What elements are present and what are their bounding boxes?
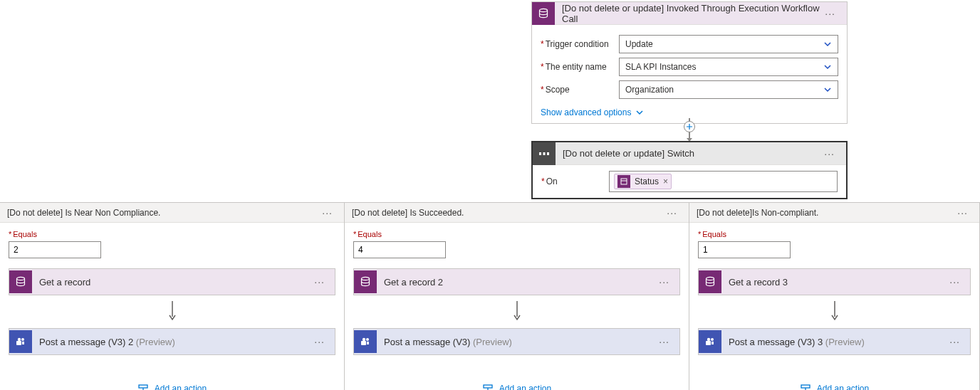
- action-title: Post a message (V3) 3 (Preview): [729, 337, 945, 347]
- equals-input[interactable]: [9, 241, 101, 258]
- cases-row: [Do not delete] Is Near Non Compliance. …: [0, 202, 980, 390]
- switch-card[interactable]: [Do not delete or update] Switch ··· *On…: [531, 141, 848, 199]
- post-message-action[interactable]: Post a message (V3) 2 (Preview) ···: [9, 328, 335, 355]
- chevron-down-icon: [823, 85, 832, 94]
- trigger-card-header[interactable]: [Do not delete or update] Invoked Throug…: [532, 2, 847, 25]
- action-more-button[interactable]: ···: [945, 333, 964, 350]
- trigger-more-button[interactable]: ···: [820, 5, 840, 22]
- trigger-condition-select[interactable]: Update: [619, 35, 838, 53]
- equals-input[interactable]: [353, 241, 446, 258]
- chevron-down-icon: [635, 108, 644, 117]
- case-header[interactable]: [Do not delete] Is Near Non Compliance. …: [0, 203, 344, 223]
- get-record-action[interactable]: Get a record ···: [9, 268, 335, 295]
- trigger-condition-label: *Trigger condition: [541, 39, 619, 49]
- equals-label: *Equals: [9, 230, 335, 238]
- action-more-button[interactable]: ···: [945, 273, 964, 290]
- scope-select[interactable]: Organization: [619, 80, 838, 99]
- trigger-condition-value: Update: [625, 39, 653, 49]
- connector-arrow: [353, 301, 680, 321]
- svg-rect-18: [706, 341, 711, 345]
- case-header[interactable]: [Do not delete]Is Non-compliant. ···: [689, 203, 979, 223]
- equals-input[interactable]: [698, 241, 791, 258]
- action-more-button[interactable]: ···: [655, 273, 674, 290]
- database-icon: [699, 270, 721, 293]
- action-title: Get a record 3: [729, 277, 945, 288]
- get-record-action[interactable]: Get a record 3 ···: [698, 268, 971, 295]
- equals-label: *Equals: [698, 230, 971, 238]
- svg-point-17: [707, 338, 710, 341]
- action-more-button[interactable]: ···: [310, 333, 329, 350]
- connector-arrow: [9, 301, 335, 321]
- case-header[interactable]: [Do not delete] Is Succeeded. ···: [345, 203, 689, 223]
- svg-point-6: [21, 338, 24, 341]
- token-entity-icon: [617, 175, 630, 188]
- svg-point-12: [363, 338, 365, 341]
- case-title: [Do not delete] Is Succeeded.: [352, 208, 662, 218]
- case-more-button[interactable]: ···: [953, 204, 972, 221]
- svg-rect-13: [361, 341, 366, 345]
- svg-point-16: [711, 338, 714, 341]
- connector-arrow: [698, 301, 971, 321]
- case-title: [Do not delete]Is Non-compliant.: [697, 208, 953, 218]
- post-message-action[interactable]: Post a message (V3) 3 (Preview) ···: [698, 328, 971, 355]
- add-step-button[interactable]: [684, 121, 695, 132]
- show-advanced-options-link[interactable]: Show advanced options: [541, 107, 644, 117]
- add-action-icon: [482, 384, 494, 390]
- scope-label: *Scope: [541, 85, 619, 95]
- status-token[interactable]: Status ×: [614, 174, 672, 189]
- trigger-title: [Do not delete or update] Invoked Throug…: [562, 3, 820, 24]
- svg-rect-9: [139, 385, 147, 388]
- case-more-button[interactable]: ···: [662, 204, 682, 221]
- action-title: Post a message (V3) 2 (Preview): [39, 337, 310, 347]
- svg-point-0: [540, 9, 548, 11]
- svg-point-11: [366, 338, 369, 341]
- teams-icon: [699, 330, 721, 353]
- equals-label: *Equals: [353, 230, 680, 238]
- svg-point-15: [707, 277, 714, 280]
- switch-icon: [533, 142, 556, 165]
- svg-rect-2: [543, 152, 546, 155]
- case-more-button[interactable]: ···: [318, 204, 337, 221]
- trigger-card[interactable]: [Do not delete or update] Invoked Throug…: [531, 1, 848, 124]
- connector-arrow: [689, 132, 690, 139]
- action-more-button[interactable]: ···: [310, 273, 329, 290]
- svg-rect-8: [16, 341, 21, 345]
- database-icon: [532, 2, 555, 25]
- chevron-down-icon: [823, 40, 832, 48]
- switch-card-header[interactable]: [Do not delete or update] Switch ···: [533, 142, 846, 165]
- svg-rect-1: [539, 152, 541, 155]
- case-succeeded: [Do not delete] Is Succeeded. ··· *Equal…: [345, 202, 689, 390]
- add-action-icon: [800, 384, 811, 390]
- svg-rect-19: [801, 385, 810, 388]
- switch-title: [Do not delete or update] Switch: [563, 148, 820, 159]
- add-action-icon: [137, 384, 149, 390]
- get-record-action[interactable]: Get a record 2 ···: [353, 268, 680, 295]
- teams-icon: [9, 330, 32, 353]
- svg-point-5: [17, 277, 25, 280]
- token-remove-icon[interactable]: ×: [663, 176, 668, 186]
- svg-rect-4: [621, 179, 627, 184]
- entity-name-select[interactable]: SLA KPI Instances: [619, 58, 838, 76]
- add-action-button[interactable]: Add an action: [698, 384, 971, 390]
- teams-icon: [354, 330, 377, 353]
- switch-on-input[interactable]: Status ×: [609, 171, 838, 192]
- token-label: Status: [635, 176, 659, 186]
- svg-rect-3: [547, 152, 549, 155]
- database-icon: [9, 270, 32, 293]
- switch-more-button[interactable]: ···: [820, 145, 839, 162]
- action-more-button[interactable]: ···: [655, 333, 674, 350]
- add-action-button[interactable]: Add an action: [9, 384, 335, 390]
- case-title: [Do not delete] Is Near Non Compliance.: [7, 208, 318, 218]
- action-title: Get a record: [39, 277, 310, 288]
- chevron-down-icon: [823, 63, 832, 71]
- case-noncompliant: [Do not delete]Is Non-compliant. ··· *Eq…: [689, 202, 980, 390]
- database-icon: [354, 270, 377, 293]
- svg-point-7: [18, 338, 21, 341]
- scope-value: Organization: [625, 85, 674, 95]
- switch-on-row: *On Status ×: [533, 165, 846, 198]
- post-message-action[interactable]: Post a message (V3) (Preview) ···: [353, 328, 680, 355]
- action-title: Post a message (V3) (Preview): [384, 337, 655, 347]
- add-action-button[interactable]: Add an action: [353, 384, 680, 390]
- case-near-noncompliance: [Do not delete] Is Near Non Compliance. …: [0, 202, 345, 390]
- entity-name-value: SLA KPI Instances: [625, 62, 696, 72]
